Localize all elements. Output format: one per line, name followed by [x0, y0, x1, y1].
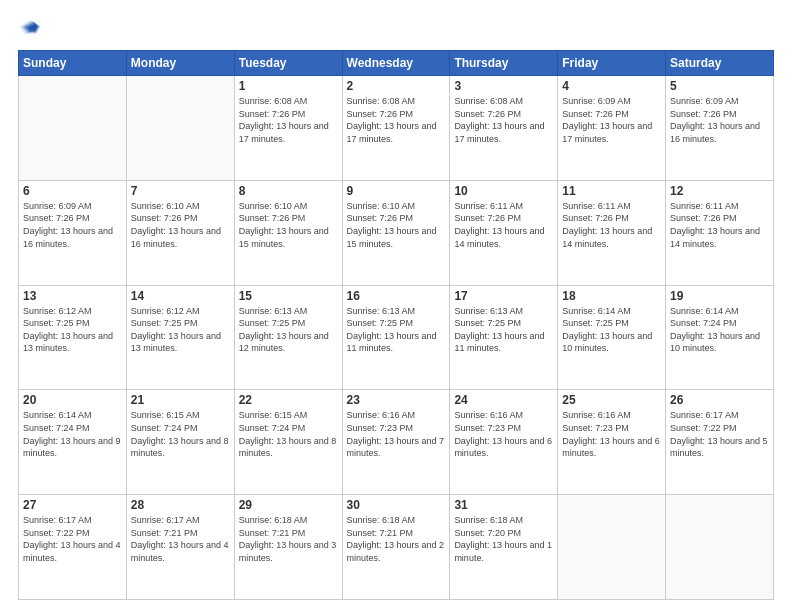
day-info: Sunrise: 6:09 AM Sunset: 7:26 PM Dayligh… [670, 95, 769, 145]
day-info: Sunrise: 6:17 AM Sunset: 7:22 PM Dayligh… [670, 409, 769, 459]
calendar-cell: 5Sunrise: 6:09 AM Sunset: 7:26 PM Daylig… [666, 76, 774, 181]
calendar-cell: 31Sunrise: 6:18 AM Sunset: 7:20 PM Dayli… [450, 495, 558, 600]
day-number: 17 [454, 289, 553, 303]
day-number: 31 [454, 498, 553, 512]
weekday-header-saturday: Saturday [666, 51, 774, 76]
calendar-cell: 22Sunrise: 6:15 AM Sunset: 7:24 PM Dayli… [234, 390, 342, 495]
calendar-cell: 18Sunrise: 6:14 AM Sunset: 7:25 PM Dayli… [558, 285, 666, 390]
day-number: 10 [454, 184, 553, 198]
day-info: Sunrise: 6:13 AM Sunset: 7:25 PM Dayligh… [347, 305, 446, 355]
calendar-cell: 21Sunrise: 6:15 AM Sunset: 7:24 PM Dayli… [126, 390, 234, 495]
calendar-cell: 7Sunrise: 6:10 AM Sunset: 7:26 PM Daylig… [126, 180, 234, 285]
day-info: Sunrise: 6:18 AM Sunset: 7:21 PM Dayligh… [239, 514, 338, 564]
calendar-cell [666, 495, 774, 600]
calendar-cell: 16Sunrise: 6:13 AM Sunset: 7:25 PM Dayli… [342, 285, 450, 390]
day-number: 21 [131, 393, 230, 407]
day-info: Sunrise: 6:11 AM Sunset: 7:26 PM Dayligh… [562, 200, 661, 250]
weekday-header-row: SundayMondayTuesdayWednesdayThursdayFrid… [19, 51, 774, 76]
calendar-cell [558, 495, 666, 600]
day-info: Sunrise: 6:16 AM Sunset: 7:23 PM Dayligh… [454, 409, 553, 459]
calendar-cell: 30Sunrise: 6:18 AM Sunset: 7:21 PM Dayli… [342, 495, 450, 600]
day-number: 15 [239, 289, 338, 303]
weekday-header-monday: Monday [126, 51, 234, 76]
day-info: Sunrise: 6:14 AM Sunset: 7:24 PM Dayligh… [23, 409, 122, 459]
day-info: Sunrise: 6:09 AM Sunset: 7:26 PM Dayligh… [23, 200, 122, 250]
calendar-cell: 29Sunrise: 6:18 AM Sunset: 7:21 PM Dayli… [234, 495, 342, 600]
day-number: 11 [562, 184, 661, 198]
calendar-cell: 28Sunrise: 6:17 AM Sunset: 7:21 PM Dayli… [126, 495, 234, 600]
day-info: Sunrise: 6:15 AM Sunset: 7:24 PM Dayligh… [239, 409, 338, 459]
day-info: Sunrise: 6:16 AM Sunset: 7:23 PM Dayligh… [562, 409, 661, 459]
day-info: Sunrise: 6:13 AM Sunset: 7:25 PM Dayligh… [239, 305, 338, 355]
calendar-cell: 27Sunrise: 6:17 AM Sunset: 7:22 PM Dayli… [19, 495, 127, 600]
day-info: Sunrise: 6:14 AM Sunset: 7:24 PM Dayligh… [670, 305, 769, 355]
day-number: 9 [347, 184, 446, 198]
day-number: 27 [23, 498, 122, 512]
day-info: Sunrise: 6:14 AM Sunset: 7:25 PM Dayligh… [562, 305, 661, 355]
day-info: Sunrise: 6:10 AM Sunset: 7:26 PM Dayligh… [131, 200, 230, 250]
calendar-cell: 25Sunrise: 6:16 AM Sunset: 7:23 PM Dayli… [558, 390, 666, 495]
day-info: Sunrise: 6:15 AM Sunset: 7:24 PM Dayligh… [131, 409, 230, 459]
header [18, 16, 774, 42]
day-info: Sunrise: 6:13 AM Sunset: 7:25 PM Dayligh… [454, 305, 553, 355]
calendar-cell: 1Sunrise: 6:08 AM Sunset: 7:26 PM Daylig… [234, 76, 342, 181]
day-number: 19 [670, 289, 769, 303]
day-info: Sunrise: 6:17 AM Sunset: 7:22 PM Dayligh… [23, 514, 122, 564]
logo-icon [20, 16, 42, 38]
calendar-cell: 12Sunrise: 6:11 AM Sunset: 7:26 PM Dayli… [666, 180, 774, 285]
day-number: 25 [562, 393, 661, 407]
day-number: 24 [454, 393, 553, 407]
day-number: 28 [131, 498, 230, 512]
calendar-cell: 4Sunrise: 6:09 AM Sunset: 7:26 PM Daylig… [558, 76, 666, 181]
day-info: Sunrise: 6:17 AM Sunset: 7:21 PM Dayligh… [131, 514, 230, 564]
day-number: 3 [454, 79, 553, 93]
day-info: Sunrise: 6:12 AM Sunset: 7:25 PM Dayligh… [131, 305, 230, 355]
day-number: 29 [239, 498, 338, 512]
calendar-cell [19, 76, 127, 181]
calendar-week-row: 27Sunrise: 6:17 AM Sunset: 7:22 PM Dayli… [19, 495, 774, 600]
day-number: 2 [347, 79, 446, 93]
weekday-header-wednesday: Wednesday [342, 51, 450, 76]
calendar-cell: 6Sunrise: 6:09 AM Sunset: 7:26 PM Daylig… [19, 180, 127, 285]
day-number: 1 [239, 79, 338, 93]
calendar-cell: 26Sunrise: 6:17 AM Sunset: 7:22 PM Dayli… [666, 390, 774, 495]
day-number: 8 [239, 184, 338, 198]
day-number: 13 [23, 289, 122, 303]
day-number: 18 [562, 289, 661, 303]
day-number: 4 [562, 79, 661, 93]
day-number: 23 [347, 393, 446, 407]
calendar-week-row: 6Sunrise: 6:09 AM Sunset: 7:26 PM Daylig… [19, 180, 774, 285]
day-info: Sunrise: 6:16 AM Sunset: 7:23 PM Dayligh… [347, 409, 446, 459]
calendar-cell [126, 76, 234, 181]
day-info: Sunrise: 6:10 AM Sunset: 7:26 PM Dayligh… [239, 200, 338, 250]
calendar-week-row: 13Sunrise: 6:12 AM Sunset: 7:25 PM Dayli… [19, 285, 774, 390]
day-number: 22 [239, 393, 338, 407]
calendar-week-row: 1Sunrise: 6:08 AM Sunset: 7:26 PM Daylig… [19, 76, 774, 181]
day-info: Sunrise: 6:08 AM Sunset: 7:26 PM Dayligh… [347, 95, 446, 145]
calendar-cell: 2Sunrise: 6:08 AM Sunset: 7:26 PM Daylig… [342, 76, 450, 181]
calendar-cell: 8Sunrise: 6:10 AM Sunset: 7:26 PM Daylig… [234, 180, 342, 285]
calendar-cell: 11Sunrise: 6:11 AM Sunset: 7:26 PM Dayli… [558, 180, 666, 285]
calendar-cell: 13Sunrise: 6:12 AM Sunset: 7:25 PM Dayli… [19, 285, 127, 390]
calendar-cell: 19Sunrise: 6:14 AM Sunset: 7:24 PM Dayli… [666, 285, 774, 390]
day-info: Sunrise: 6:10 AM Sunset: 7:26 PM Dayligh… [347, 200, 446, 250]
day-number: 14 [131, 289, 230, 303]
calendar-cell: 24Sunrise: 6:16 AM Sunset: 7:23 PM Dayli… [450, 390, 558, 495]
day-number: 5 [670, 79, 769, 93]
calendar-cell: 10Sunrise: 6:11 AM Sunset: 7:26 PM Dayli… [450, 180, 558, 285]
day-number: 12 [670, 184, 769, 198]
day-info: Sunrise: 6:08 AM Sunset: 7:26 PM Dayligh… [239, 95, 338, 145]
day-number: 26 [670, 393, 769, 407]
day-number: 6 [23, 184, 122, 198]
logo [18, 16, 44, 42]
day-info: Sunrise: 6:11 AM Sunset: 7:26 PM Dayligh… [454, 200, 553, 250]
day-number: 7 [131, 184, 230, 198]
day-number: 30 [347, 498, 446, 512]
calendar-cell: 23Sunrise: 6:16 AM Sunset: 7:23 PM Dayli… [342, 390, 450, 495]
calendar-cell: 20Sunrise: 6:14 AM Sunset: 7:24 PM Dayli… [19, 390, 127, 495]
weekday-header-sunday: Sunday [19, 51, 127, 76]
day-info: Sunrise: 6:18 AM Sunset: 7:21 PM Dayligh… [347, 514, 446, 564]
weekday-header-tuesday: Tuesday [234, 51, 342, 76]
calendar-cell: 9Sunrise: 6:10 AM Sunset: 7:26 PM Daylig… [342, 180, 450, 285]
weekday-header-friday: Friday [558, 51, 666, 76]
